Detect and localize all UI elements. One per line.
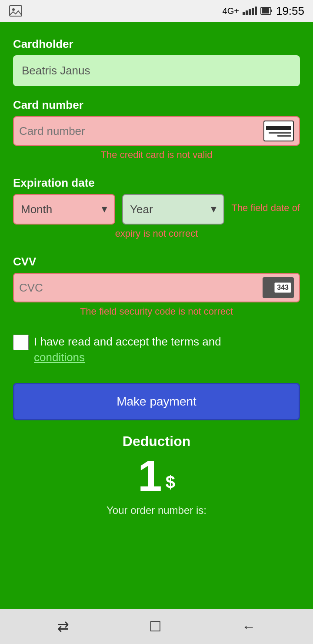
terms-text: I have read and accept the terms and con… — [34, 334, 221, 366]
network-type: 4G+ — [223, 6, 239, 16]
navigation-bar: ⇄ ☐ ← — [0, 609, 313, 644]
card-lines — [266, 132, 291, 137]
card-number-input[interactable] — [19, 124, 259, 138]
cardholder-label: Cardholder — [13, 37, 300, 51]
card-line-long — [269, 132, 291, 134]
terms-checkbox[interactable] — [13, 335, 29, 350]
make-payment-button[interactable]: Make payment — [13, 383, 300, 420]
card-number-error: The credit card is not valid — [13, 149, 300, 161]
cvv-error: The field security code is not correct — [13, 306, 300, 317]
expiration-date-field: Expiration date Month January February M… — [13, 173, 300, 243]
conditions-link[interactable]: conditions — [34, 351, 85, 364]
expiry-row: Month January February March April May J… — [13, 194, 300, 225]
card-stripe — [266, 126, 291, 130]
status-bar-left — [9, 4, 23, 18]
year-select-wrapper: Year 2024 2025 2026 2027 2028 2029 2030 … — [122, 194, 224, 225]
deduction-title: Deduction — [13, 433, 300, 449]
month-select[interactable]: Month January February March April May J… — [13, 194, 115, 225]
battery-icon — [260, 6, 273, 16]
svg-point-1 — [12, 8, 15, 11]
terms-row: I have read and accept the terms and con… — [13, 334, 300, 366]
image-icon — [9, 4, 23, 18]
deduction-amount: 1 $ — [13, 454, 300, 497]
deduction-currency: $ — [166, 473, 175, 497]
expiry-error-bottom: expiry is not correct — [13, 228, 300, 239]
expiry-error-right: The field date of — [231, 194, 300, 215]
cardholder-input[interactable] — [13, 55, 300, 86]
cardholder-field: Cardholder — [13, 34, 300, 86]
card-number-label: Card number — [13, 98, 300, 112]
svg-rect-0 — [10, 6, 22, 16]
terms-text-main: I have read and accept the terms and — [34, 335, 221, 348]
status-bar-right: 4G+ 19:55 — [223, 4, 304, 18]
card-line-short — [277, 135, 291, 137]
cvv-wrapper: 343 — [13, 273, 300, 302]
month-select-wrapper: Month January February March April May J… — [13, 194, 115, 225]
card-number-wrapper — [13, 116, 300, 146]
year-select[interactable]: Year 2024 2025 2026 2027 2028 2029 2030 — [122, 194, 224, 225]
svg-rect-4 — [271, 10, 272, 12]
signal-icon — [243, 7, 257, 15]
status-bar: 4G+ 19:55 — [0, 0, 313, 22]
deduction-section: Deduction 1 $ Your order number is: — [13, 429, 300, 521]
credit-card-icon — [263, 121, 294, 141]
card-number-field: Card number The credit card is not valid — [13, 95, 300, 164]
cvv-card-icon: 343 — [263, 277, 294, 298]
cvv-input[interactable] — [19, 281, 258, 295]
cvv-badge: 343 — [274, 282, 291, 293]
square-nav-button[interactable]: ☐ — [145, 614, 166, 639]
time-display: 19:55 — [276, 4, 304, 18]
order-number-text: Your order number is: — [13, 504, 300, 517]
swap-nav-button[interactable]: ⇄ — [53, 614, 73, 639]
back-nav-button[interactable]: ← — [237, 614, 260, 639]
cvv-field: CVV 343 The field security code is not c… — [13, 252, 300, 321]
payment-form: Cardholder Card number The credit card i… — [0, 22, 313, 609]
deduction-number: 1 — [138, 454, 162, 497]
svg-rect-3 — [262, 8, 269, 13]
expiration-label: Expiration date — [13, 176, 300, 190]
cvv-label: CVV — [13, 255, 300, 268]
